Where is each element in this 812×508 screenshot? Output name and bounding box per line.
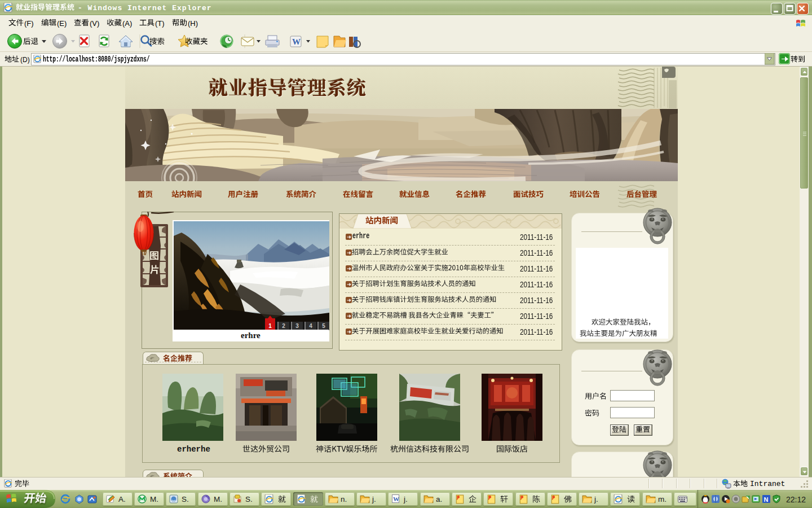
svg-text:2: 2 [282,323,285,329]
svg-text:W: W [393,496,399,502]
svg-text:4: 4 [309,323,312,329]
svg-text:N: N [764,496,769,503]
svg-text:3: 3 [295,323,299,329]
svg-text:5: 5 [322,323,325,329]
svg-text:W: W [292,37,301,46]
svg-text:1: 1 [268,323,272,329]
